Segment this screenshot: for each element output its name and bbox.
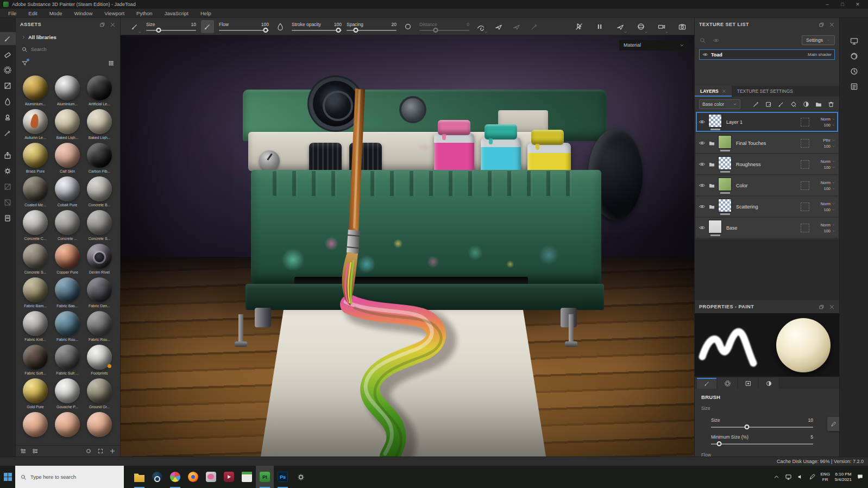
- tray-expand-icon[interactable]: [773, 473, 780, 480]
- layer-blend-mode[interactable]: Norm: [821, 159, 835, 164]
- material-item[interactable]: Concrete ...: [52, 210, 83, 240]
- panel-close-icon[interactable]: [829, 22, 835, 28]
- filter-icon[interactable]: [21, 60, 28, 67]
- warp-icon[interactable]: [528, 20, 541, 33]
- lazy-mouse-icon[interactable]: [474, 20, 487, 33]
- material-item[interactable]: [20, 412, 51, 439]
- layer-row[interactable]: ColorNorm 100: [696, 175, 838, 195]
- display-settings-tool-icon[interactable]: [0, 164, 16, 178]
- material-item[interactable]: Fabric Rou...: [52, 311, 83, 341]
- material-item[interactable]: Copper Pure: [52, 244, 83, 274]
- uv-tool-icon[interactable]: [0, 196, 16, 209]
- slider-track[interactable]: [292, 30, 342, 31]
- property-slider-size[interactable]: Size10: [711, 417, 813, 428]
- slider-knob[interactable]: [263, 28, 268, 33]
- material-item[interactable]: Fabric Den...: [84, 277, 115, 308]
- add-smart-material-icon[interactable]: [765, 100, 772, 108]
- material-item[interactable]: Brass Pure: [20, 143, 51, 173]
- symmetry-radial-icon[interactable]: [510, 20, 523, 33]
- texture-set-settings-panel-icon[interactable]: [850, 82, 859, 91]
- material-item[interactable]: Fabric Soft...: [20, 345, 51, 375]
- material-item[interactable]: Concrete B...: [84, 176, 115, 207]
- grid-view-icon[interactable]: [108, 60, 115, 67]
- material-item[interactable]: Aluminium...: [20, 75, 51, 106]
- panel-close-icon[interactable]: [829, 304, 835, 310]
- shader-settings-panel-icon[interactable]: [850, 52, 859, 61]
- list-view-icon[interactable]: [20, 448, 27, 454]
- taskbar-app-color-wheel-app[interactable]: [166, 466, 184, 488]
- material-item[interactable]: [84, 412, 115, 439]
- slider-track[interactable]: [711, 443, 813, 445]
- add-effect-icon[interactable]: [752, 100, 760, 108]
- menu-mode[interactable]: Mode: [43, 9, 68, 17]
- screenshot-icon[interactable]: [676, 20, 689, 33]
- layer-opacity[interactable]: 100: [823, 144, 835, 149]
- language-indicator[interactable]: ENGFR: [821, 472, 830, 483]
- panel-expand-icon[interactable]: [819, 22, 825, 28]
- layer-row[interactable]: Final TouchesPthr 100: [696, 133, 838, 153]
- pen-pressure-toggle[interactable]: [827, 417, 839, 431]
- material-item[interactable]: Artificial Le...: [84, 75, 115, 106]
- add-folder-icon[interactable]: [815, 100, 822, 108]
- material-item[interactable]: Concrete C...: [20, 210, 51, 240]
- eye-icon[interactable]: [699, 118, 706, 125]
- panel-expand-icon[interactable]: [819, 304, 825, 310]
- eye-icon[interactable]: [699, 161, 706, 168]
- stencil-icon[interactable]: [274, 20, 287, 33]
- tab-layers[interactable]: LAYERS: [695, 86, 732, 97]
- slider-knob[interactable]: [717, 441, 722, 446]
- material-item[interactable]: Concrete S...: [20, 244, 51, 274]
- layer-opacity[interactable]: 100: [823, 207, 835, 212]
- material-item[interactable]: Fabric Bam...: [20, 277, 51, 308]
- assets-search-input[interactable]: [31, 47, 115, 52]
- material-item[interactable]: Aluminium...: [52, 75, 83, 106]
- resources-updater-icon[interactable]: [0, 212, 16, 225]
- material-item[interactable]: Cobalt Pure: [52, 176, 83, 207]
- shading-mode-icon[interactable]: [634, 20, 647, 33]
- all-libraries-selector[interactable]: All libraries: [16, 31, 120, 43]
- close-button[interactable]: ✕: [851, 1, 865, 8]
- menu-help[interactable]: Help: [194, 9, 217, 17]
- texture-set-row[interactable]: ToadMain shader: [699, 49, 835, 60]
- maximize-button[interactable]: □: [835, 1, 850, 8]
- material-item[interactable]: [52, 412, 83, 439]
- layer-blend-mode[interactable]: Norm: [821, 117, 835, 122]
- menu-window[interactable]: Window: [68, 9, 98, 17]
- pointer-block-icon[interactable]: [573, 20, 586, 33]
- tab-alpha[interactable]: [718, 378, 737, 389]
- layer-opacity[interactable]: 100: [823, 229, 835, 233]
- taskbar-app-paint-3d[interactable]: [202, 466, 220, 488]
- slider-knob[interactable]: [156, 28, 161, 33]
- menu-file[interactable]: File: [2, 9, 22, 17]
- material-item[interactable]: Fabric Rou...: [84, 311, 115, 341]
- tab-material[interactable]: [759, 378, 778, 389]
- taskbar-app-file-explorer[interactable]: [130, 466, 148, 488]
- speaker-icon[interactable]: [797, 473, 804, 480]
- material-item[interactable]: Gouache P...: [52, 378, 83, 409]
- tab-texture-set-settings[interactable]: TEXTURE SET SETTINGS: [732, 86, 798, 97]
- tab-brush[interactable]: [697, 378, 716, 389]
- slider-track[interactable]: [347, 30, 397, 31]
- material-item[interactable]: Fabric Suit ...: [52, 345, 83, 375]
- eye-icon[interactable]: [699, 224, 706, 231]
- taskbar-app-substance-painter[interactable]: Pt: [256, 466, 274, 488]
- minimize-button[interactable]: –: [820, 1, 834, 8]
- clock[interactable]: 6:10 PM5/4/2021: [835, 472, 852, 483]
- panel-expand-icon[interactable]: [99, 22, 105, 28]
- polygon-fill-tool-icon[interactable]: [0, 79, 16, 92]
- eye-icon[interactable]: [702, 52, 708, 58]
- layer-row[interactable]: BaseNorm 100: [696, 218, 838, 238]
- eye-icon[interactable]: [699, 140, 706, 147]
- menu-viewport[interactable]: Viewport: [98, 9, 130, 17]
- layer-opacity[interactable]: 100: [823, 186, 835, 191]
- frame-icon[interactable]: [97, 448, 104, 454]
- taskbar-app-settings[interactable]: [292, 466, 310, 488]
- history-panel-icon[interactable]: [850, 67, 859, 76]
- toolbar-slider-size[interactable]: Size10: [146, 22, 196, 31]
- detail-view-icon[interactable]: [32, 448, 39, 454]
- layer-row[interactable]: ScatteringNorm 100: [696, 197, 838, 217]
- display-settings-panel-icon[interactable]: [850, 36, 859, 46]
- taskbar-app-steam[interactable]: [148, 466, 166, 488]
- pen-input-icon[interactable]: [809, 473, 816, 480]
- property-slider-minimum-size-[interactable]: Minimum Size (%)5: [711, 434, 813, 445]
